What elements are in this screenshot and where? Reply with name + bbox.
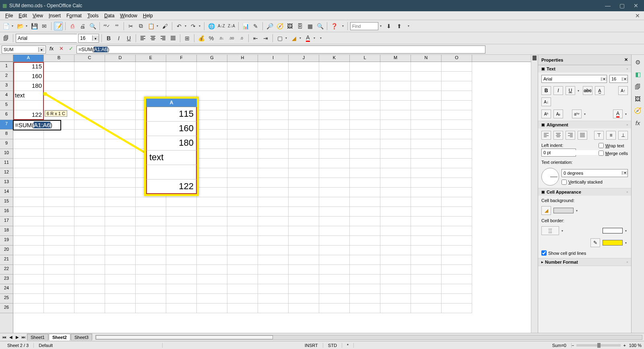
italic-button[interactable]: I [114, 34, 123, 43]
cell-N14[interactable] [411, 188, 442, 197]
orientation-dial[interactable] [541, 168, 559, 186]
cell-L16[interactable] [350, 207, 380, 217]
status-insert[interactable]: INSRT [300, 343, 323, 348]
cell-A18[interactable] [13, 226, 44, 236]
align-justify-button[interactable] [169, 34, 178, 43]
cell-C1[interactable] [74, 62, 105, 72]
spellcheck-button[interactable]: ᴬᴮ✓ [102, 22, 111, 31]
cell-A2[interactable]: 160 [13, 72, 44, 81]
cell-I1[interactable] [258, 62, 289, 72]
col-header-N[interactable]: N [411, 55, 442, 62]
hyperlink-button[interactable]: 🌐 [207, 22, 216, 31]
row-header-9[interactable]: 9 [0, 139, 13, 149]
cell-A5[interactable] [13, 101, 44, 110]
cell-D12[interactable] [105, 168, 136, 178]
cell-L26[interactable] [350, 304, 380, 313]
cell-D16[interactable] [105, 207, 136, 217]
cell-N11[interactable] [411, 159, 442, 168]
cell-B18[interactable] [44, 226, 74, 236]
cell-H1[interactable] [227, 62, 258, 72]
cell-G7[interactable] [197, 120, 227, 130]
cell-L5[interactable] [350, 101, 380, 110]
cell-H11[interactable] [227, 159, 258, 168]
cell-K16[interactable] [319, 207, 350, 217]
cell-H25[interactable] [227, 294, 258, 304]
cell-C13[interactable] [74, 178, 105, 188]
status-sum[interactable]: Sum=0 [491, 343, 572, 348]
cell-I13[interactable] [258, 178, 289, 188]
cell-J11[interactable] [289, 159, 319, 168]
cell-L11[interactable] [350, 159, 380, 168]
cell-L25[interactable] [350, 294, 380, 304]
cell-K6[interactable] [319, 110, 350, 120]
chart-button[interactable]: 📊 [241, 22, 250, 31]
cell-O20[interactable] [442, 246, 472, 255]
zoom-in-icon[interactable]: + [623, 343, 625, 348]
cell-D6[interactable] [105, 110, 136, 120]
cell-A26[interactable] [13, 304, 44, 313]
cell-I21[interactable] [258, 255, 289, 265]
cell-D17[interactable] [105, 217, 136, 226]
cell-N10[interactable] [411, 149, 442, 159]
cell-G12[interactable] [197, 168, 227, 178]
cell-N7[interactable] [411, 120, 442, 130]
cell-I2[interactable] [258, 72, 289, 81]
cell-D21[interactable] [105, 255, 136, 265]
cell-I24[interactable] [258, 284, 289, 294]
cell-M18[interactable] [380, 226, 411, 236]
cell-O15[interactable] [442, 197, 472, 207]
cell-F15[interactable] [166, 197, 197, 207]
cell-H24[interactable] [227, 284, 258, 294]
cell-O11[interactable] [442, 159, 472, 168]
align-right-button[interactable] [159, 34, 167, 43]
navigator-button[interactable]: 🧭 [275, 22, 284, 31]
cell-H4[interactable] [227, 91, 258, 101]
open-button[interactable]: 📂 [16, 22, 25, 31]
cell-D24[interactable] [105, 284, 136, 294]
row-header-8[interactable]: 8 [0, 130, 13, 139]
cell-L7[interactable] [350, 120, 380, 130]
email-button[interactable]: ✉ [40, 22, 49, 31]
cell-C22[interactable] [74, 265, 105, 275]
cell-E2[interactable] [136, 72, 166, 81]
cell-B10[interactable] [44, 149, 74, 159]
cell-H19[interactable] [227, 236, 258, 246]
cell-E17[interactable] [136, 217, 166, 226]
cell-O17[interactable] [442, 217, 472, 226]
cell-H16[interactable] [227, 207, 258, 217]
formula-input[interactable]: =SUM(A1:A6) [76, 45, 485, 54]
cell-C2[interactable] [74, 72, 105, 81]
col-header-I[interactable]: I [258, 55, 289, 62]
cell-M15[interactable] [380, 197, 411, 207]
cell-M26[interactable] [380, 304, 411, 313]
cell-M22[interactable] [380, 265, 411, 275]
close-button[interactable]: ✕ [634, 2, 638, 9]
cell-D8[interactable] [105, 130, 136, 139]
cell-O9[interactable] [442, 139, 472, 149]
cell-A12[interactable] [13, 168, 44, 178]
cell-H6[interactable] [227, 110, 258, 120]
row-header-16[interactable]: 16 [0, 207, 13, 217]
cell-B26[interactable] [44, 304, 74, 313]
accept-button[interactable]: ✓ [67, 45, 75, 54]
vertical-scrollbar[interactable] [531, 55, 538, 333]
cell-I3[interactable] [258, 81, 289, 91]
cell-K23[interactable] [319, 275, 350, 284]
cell-J24[interactable] [289, 284, 319, 294]
cell-G18[interactable] [197, 226, 227, 236]
cell-O22[interactable] [442, 265, 472, 275]
cell-G20[interactable] [197, 246, 227, 255]
new-button[interactable]: 📄 [2, 22, 10, 31]
cell-A10[interactable] [13, 149, 44, 159]
cell-A23[interactable] [13, 275, 44, 284]
cell-D7[interactable] [105, 120, 136, 130]
row-header-1[interactable]: 1 [0, 62, 13, 72]
row-header-15[interactable]: 15 [0, 197, 13, 207]
cell-I17[interactable] [258, 217, 289, 226]
cell-I5[interactable] [258, 101, 289, 110]
row-header-25[interactable]: 25 [0, 294, 13, 304]
cell-C12[interactable] [74, 168, 105, 178]
cell-O13[interactable] [442, 178, 472, 188]
dec-indent-button[interactable]: ⇤ [251, 34, 260, 43]
cell-M12[interactable] [380, 168, 411, 178]
